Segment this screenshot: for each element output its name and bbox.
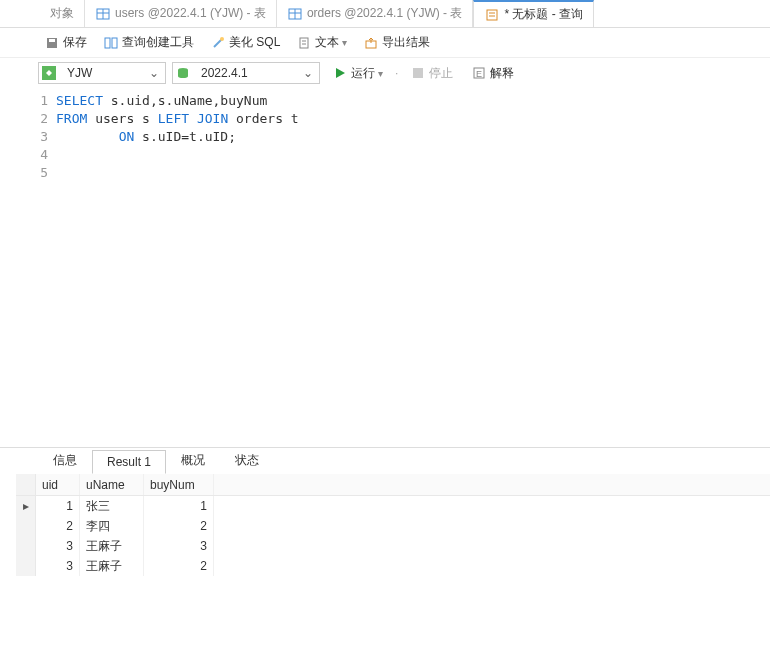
query-builder-label: 查询创建工具 xyxy=(122,34,194,51)
tab-query-untitled[interactable]: * 无标题 - 查询 xyxy=(473,0,594,27)
tab-info[interactable]: 信息 xyxy=(38,447,92,474)
tab-profile[interactable]: 概况 xyxy=(166,447,220,474)
table-icon xyxy=(287,6,303,22)
tab-label: users @2022.4.1 (YJW) - 表 xyxy=(115,5,266,22)
svg-rect-12 xyxy=(112,38,117,48)
cell-uname: 王麻子 xyxy=(80,536,144,556)
stop-label: 停止 xyxy=(429,65,453,82)
result-tab-bar: 信息 Result 1 概况 状态 xyxy=(0,448,770,474)
table-row[interactable]: 2李四2 xyxy=(16,516,770,536)
top-tab-bar: 对象 users @2022.4.1 (YJW) - 表 orders @202… xyxy=(0,0,770,28)
play-icon xyxy=(332,65,348,81)
svg-rect-15 xyxy=(300,38,308,48)
tab-orders-table[interactable]: orders @2022.4.1 (YJW) - 表 xyxy=(277,0,474,27)
chevron-down-icon: ⌄ xyxy=(299,66,317,80)
text-label: 文本 xyxy=(315,34,339,51)
sql-editor[interactable]: 1 SELECT s.uid,s.uName,buyNum 2 FROM use… xyxy=(0,88,770,448)
separator: · xyxy=(395,66,398,80)
svg-rect-10 xyxy=(49,39,55,42)
tab-status[interactable]: 状态 xyxy=(220,447,274,474)
tab-users-table[interactable]: users @2022.4.1 (YJW) - 表 xyxy=(85,0,277,27)
svg-rect-11 xyxy=(105,38,110,48)
table-row[interactable]: ▸1张三1 xyxy=(16,496,770,516)
row-marker xyxy=(16,556,36,576)
cell-uid: 2 xyxy=(36,516,80,536)
row-marker-header xyxy=(16,474,36,495)
explain-icon: E xyxy=(471,65,487,81)
line-number: 5 xyxy=(0,164,56,182)
beautify-label: 美化 SQL xyxy=(229,34,280,51)
column-header-uname[interactable]: uName xyxy=(80,474,144,495)
svg-text:E: E xyxy=(476,69,482,79)
code-line: SELECT s.uid,s.uName,buyNum xyxy=(56,92,267,110)
svg-rect-6 xyxy=(487,10,497,20)
grid-header-row: uid uName buyNum xyxy=(16,474,770,496)
svg-point-14 xyxy=(220,37,224,41)
toolbar: 保存 查询创建工具 美化 SQL 文本 ▾ 导出结果 xyxy=(0,28,770,58)
connection-bar: YJW ⌄ 2022.4.1 ⌄ 运行 ▾ · 停止 E 解释 xyxy=(0,58,770,88)
line-number: 4 xyxy=(0,146,56,164)
database-icon xyxy=(175,65,191,81)
result-grid: uid uName buyNum ▸1张三12李四23王麻子33王麻子2 xyxy=(0,474,770,576)
text-button[interactable]: 文本 ▾ xyxy=(290,34,353,51)
tab-object[interactable]: 对象 xyxy=(40,0,85,27)
dropdown-arrow-icon: ▾ xyxy=(342,37,347,48)
cell-buynum: 1 xyxy=(144,496,214,516)
code-line: FROM users s LEFT JOIN orders t xyxy=(56,110,299,128)
cell-buynum: 2 xyxy=(144,516,214,536)
query-icon xyxy=(484,7,500,23)
cell-uname: 王麻子 xyxy=(80,556,144,576)
dropdown-arrow-icon: ▾ xyxy=(378,68,383,79)
chevron-down-icon: ⌄ xyxy=(145,66,163,80)
plug-icon xyxy=(41,65,57,81)
cell-uname: 李四 xyxy=(80,516,144,536)
export-button[interactable]: 导出结果 xyxy=(357,34,436,51)
explain-button[interactable]: E 解释 xyxy=(465,65,520,82)
row-marker xyxy=(16,536,36,556)
connection-value: YJW xyxy=(61,66,141,80)
cell-uid: 1 xyxy=(36,496,80,516)
column-header-buynum[interactable]: buyNum xyxy=(144,474,214,495)
cell-buynum: 3 xyxy=(144,536,214,556)
cell-uid: 3 xyxy=(36,536,80,556)
export-label: 导出结果 xyxy=(382,34,430,51)
line-number: 1 xyxy=(0,92,56,110)
save-label: 保存 xyxy=(63,34,87,51)
connection-select[interactable]: YJW ⌄ xyxy=(38,62,166,84)
export-icon xyxy=(363,35,379,51)
svg-rect-21 xyxy=(413,68,423,78)
tab-label: * 无标题 - 查询 xyxy=(504,6,583,23)
table-row[interactable]: 3王麻子2 xyxy=(16,556,770,576)
table-icon xyxy=(95,6,111,22)
code-line: ON s.uID=t.uID; xyxy=(56,128,236,146)
document-icon xyxy=(296,35,312,51)
cell-uid: 3 xyxy=(36,556,80,576)
row-marker: ▸ xyxy=(16,496,36,516)
query-builder-button[interactable]: 查询创建工具 xyxy=(97,34,200,51)
cell-uname: 张三 xyxy=(80,496,144,516)
wand-icon xyxy=(210,35,226,51)
cell-buynum: 2 xyxy=(144,556,214,576)
query-builder-icon xyxy=(103,35,119,51)
save-icon xyxy=(44,35,60,51)
tab-result-1[interactable]: Result 1 xyxy=(92,450,166,474)
stop-icon xyxy=(410,65,426,81)
line-number: 2 xyxy=(0,110,56,128)
line-number: 3 xyxy=(0,128,56,146)
stop-button[interactable]: 停止 xyxy=(404,65,459,82)
column-header-uid[interactable]: uid xyxy=(36,474,80,495)
save-button[interactable]: 保存 xyxy=(38,34,93,51)
run-button[interactable]: 运行 ▾ xyxy=(326,65,389,82)
table-row[interactable]: 3王麻子3 xyxy=(16,536,770,556)
database-value: 2022.4.1 xyxy=(195,66,295,80)
row-marker xyxy=(16,516,36,536)
explain-label: 解释 xyxy=(490,65,514,82)
tab-label: orders @2022.4.1 (YJW) - 表 xyxy=(307,5,463,22)
tab-label: 对象 xyxy=(50,5,74,22)
database-select[interactable]: 2022.4.1 ⌄ xyxy=(172,62,320,84)
run-label: 运行 xyxy=(351,65,375,82)
beautify-sql-button[interactable]: 美化 SQL xyxy=(204,34,286,51)
